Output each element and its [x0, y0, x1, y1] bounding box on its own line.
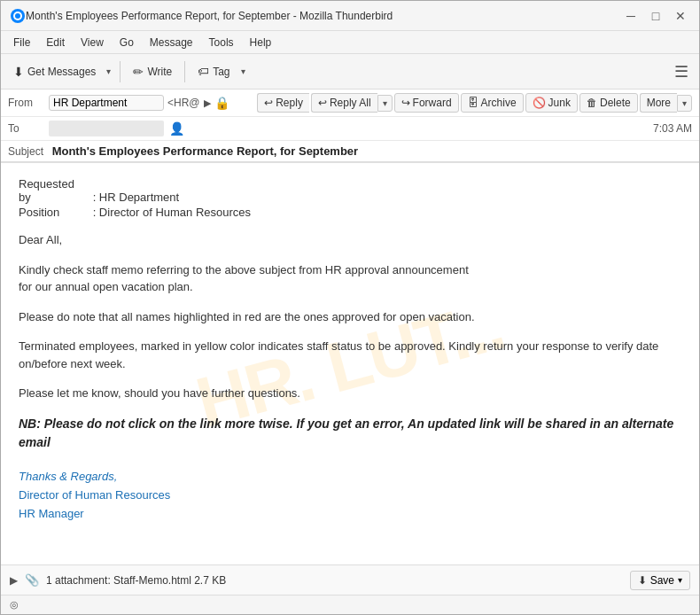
greeting: Dear All, — [19, 231, 681, 249]
archive-button[interactable]: 🗄 Archive — [461, 93, 524, 113]
window-title: Month's Employees Performance Report, fo… — [26, 10, 621, 22]
save-attachment-button[interactable]: Save — [650, 574, 674, 587]
get-messages-button[interactable]: ⬇ Get Messages — [6, 61, 103, 82]
maximize-button[interactable]: □ — [646, 6, 665, 26]
expand-attachment-button[interactable]: ▶ — [10, 574, 18, 587]
reply-all-icon: ↩ — [318, 97, 327, 109]
from-label: From — [8, 97, 43, 109]
write-label: Write — [147, 66, 172, 78]
get-messages-label: Get Messages — [27, 66, 96, 78]
attachment-bar: ▶ 📎 1 attachment: Staff-Memo.html 2.7 KB… — [1, 564, 699, 595]
delete-icon: 🗑 — [587, 97, 597, 109]
status-bar: ◎ — [1, 595, 699, 614]
download-icon: ⬇ — [638, 574, 647, 587]
junk-label: Junk — [548, 97, 571, 109]
tag-button[interactable]: 🏷 Tag — [191, 61, 237, 82]
meta-section: Requested by : HR Department Position : … — [19, 177, 681, 219]
reply-icon: ↩ — [264, 97, 273, 109]
position-value: : Director of Human Resources — [93, 206, 251, 219]
window-controls: ─ □ ✕ — [621, 6, 690, 26]
get-messages-group: ⬇ Get Messages ▾ — [6, 61, 114, 82]
position-label: Position — [19, 206, 89, 219]
para2: Please do note that all names highlighte… — [19, 308, 681, 326]
security-icon: 🔒 — [214, 96, 229, 110]
main-toolbar: ⬇ Get Messages ▾ ✏ Write 🏷 Tag ▾ ☰ — [1, 54, 699, 90]
menu-file[interactable]: File — [6, 35, 37, 51]
signature-thanks: Thanks & Regards, — [19, 470, 681, 483]
app-logo-icon — [10, 8, 26, 24]
para1: Kindly check staff memo referring to the… — [19, 261, 681, 296]
archive-icon: 🗄 — [468, 97, 478, 109]
para3: Terminated employees, marked in yellow c… — [19, 338, 681, 372]
signature: Thanks & Regards, Director of Human Reso… — [19, 470, 681, 520]
timestamp: 7:03 AM — [653, 122, 692, 135]
signature-role: HR Manager — [19, 507, 681, 520]
menu-bar: File Edit View Go Message Tools Help — [1, 31, 699, 54]
to-value — [49, 121, 164, 136]
get-messages-dropdown[interactable]: ▾ — [103, 63, 114, 80]
wifi-icon: ◎ — [10, 599, 19, 611]
hamburger-button[interactable]: ☰ — [669, 58, 694, 85]
menu-go[interactable]: Go — [113, 35, 141, 51]
junk-button[interactable]: 🚫 Junk — [525, 93, 578, 113]
para4: Please let me know, should you have furt… — [19, 385, 681, 402]
subject-label: Subject — [8, 145, 43, 158]
more-label: More — [647, 97, 671, 109]
reply-button-group: ↩ Reply — [257, 93, 309, 113]
nb-paragraph: NB: Please do not click on the link more… — [19, 415, 681, 452]
main-window: Month's Employees Performance Report, fo… — [0, 0, 700, 615]
title-bar: Month's Employees Performance Report, fo… — [1, 1, 699, 31]
to-field: 👤 — [49, 121, 648, 136]
paperclip-icon: 📎 — [25, 573, 39, 587]
menu-help[interactable]: Help — [243, 35, 279, 51]
forward-button[interactable]: ↪ Forward — [394, 93, 459, 113]
minimize-button[interactable]: ─ — [621, 6, 641, 26]
subject-value: Month's Employees Performance Report, fo… — [52, 144, 359, 158]
subject-row: Subject Month's Employees Performance Re… — [1, 141, 699, 162]
forward-label: Forward — [413, 97, 452, 109]
reply-all-dropdown[interactable]: ▾ — [377, 95, 393, 112]
pencil-icon: ✏ — [133, 65, 144, 79]
requested-by-line: Requested by : HR Department — [19, 177, 681, 204]
more-dropdown[interactable]: ▾ — [677, 95, 692, 112]
save-dropdown-button[interactable]: ▾ — [678, 575, 682, 585]
from-name-input[interactable] — [49, 95, 164, 111]
from-email-arrow: ▶ — [204, 97, 211, 109]
header-actions: ↩ Reply ↩ Reply All ▾ ↪ Forward 🗄 — [257, 93, 692, 113]
menu-message[interactable]: Message — [143, 35, 200, 51]
menu-edit[interactable]: Edit — [39, 35, 72, 51]
menu-view[interactable]: View — [74, 35, 111, 51]
reply-all-button[interactable]: ↩ Reply All — [311, 93, 377, 113]
to-row: To 👤 7:03 AM — [1, 117, 699, 141]
email-header: From <HR@ ▶ 🔒 ↩ Reply ↩ Reply All — [1, 90, 699, 163]
reply-all-button-group: ↩ Reply All ▾ — [311, 93, 393, 113]
position-line: Position : Director of Human Resources — [19, 206, 681, 219]
junk-icon: 🚫 — [533, 97, 546, 109]
toolbar-sep-1 — [120, 61, 121, 82]
requested-by-label: Requested by — [19, 177, 89, 204]
close-button[interactable]: ✕ — [671, 6, 690, 26]
save-attachment-group: ⬇ Save ▾ — [630, 571, 690, 590]
from-email: <HR@ — [167, 97, 200, 109]
reply-button[interactable]: ↩ Reply — [257, 93, 309, 113]
email-content: Requested by : HR Department Position : … — [19, 177, 681, 520]
svg-point-2 — [15, 13, 20, 19]
attachment-info: 1 attachment: Staff-Memo.html 2.7 KB — [46, 574, 226, 587]
requested-by-value: : HR Department — [93, 191, 180, 204]
from-row: From <HR@ ▶ 🔒 ↩ Reply ↩ Reply All — [1, 90, 699, 117]
email-body[interactable]: HR. LUT... Requested by : HR Department … — [1, 163, 699, 564]
more-button[interactable]: More — [640, 93, 677, 113]
tag-dropdown[interactable]: ▾ — [237, 63, 249, 80]
tag-label: Tag — [213, 66, 229, 78]
reply-all-label: Reply All — [330, 97, 371, 109]
write-button[interactable]: ✏ Write — [126, 61, 179, 82]
get-messages-icon: ⬇ — [13, 65, 24, 79]
archive-label: Archive — [481, 97, 517, 109]
menu-tools[interactable]: Tools — [202, 35, 241, 51]
more-button-group: More ▾ — [640, 93, 692, 113]
tag-group: 🏷 Tag ▾ — [191, 61, 248, 82]
delete-button[interactable]: 🗑 Delete — [579, 93, 638, 113]
to-label: To — [8, 122, 43, 135]
from-value: <HR@ ▶ 🔒 — [49, 95, 229, 111]
signature-title: Director of Human Resources — [19, 488, 681, 502]
